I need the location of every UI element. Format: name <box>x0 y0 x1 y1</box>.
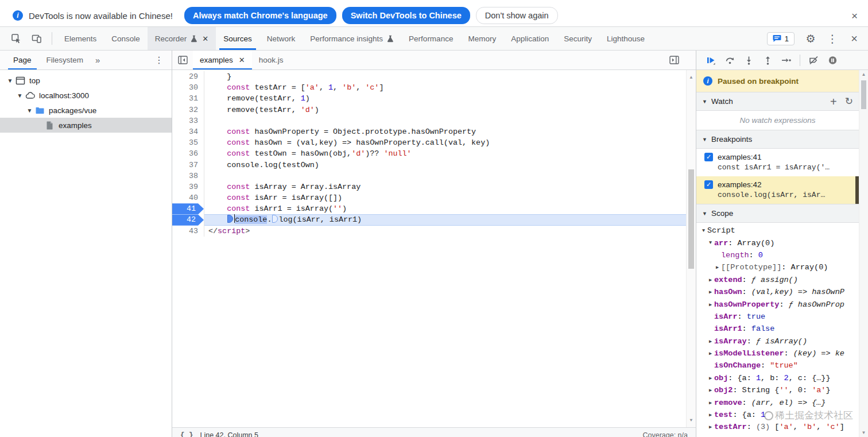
settings-gear-icon[interactable]: ⚙ <box>800 32 821 45</box>
scope-expand-icon[interactable]: ▼ <box>707 240 714 246</box>
scope-row-testarr[interactable]: ▶testArr: (3) ['a', 'b', 'c'] <box>696 421 859 433</box>
pretty-print-icon[interactable]: { } <box>180 431 193 437</box>
scope-row-script[interactable]: ▼Script <box>696 225 859 237</box>
breakpoint-marker[interactable]: 41 <box>172 203 204 214</box>
navigator-tab-filesystem[interactable]: Filesystem <box>39 51 91 69</box>
scope-expand-icon[interactable]: ▼ <box>700 228 707 234</box>
inspect-element-icon[interactable] <box>6 27 26 50</box>
scroll-up-icon[interactable]: ▲ <box>687 72 696 83</box>
watch-section-header[interactable]: ▼ Watch + ↻ <box>696 92 859 111</box>
scope-expand-icon[interactable]: ▶ <box>707 387 714 393</box>
code-text[interactable]: const hasOwnProperty = Object.prototype.… <box>204 126 696 137</box>
breakpoint-checkbox[interactable]: ✓ <box>704 180 713 189</box>
line-number[interactable]: 35 <box>172 137 204 148</box>
editor-scrollbar-thumb[interactable] <box>688 169 694 269</box>
panel-tab-console[interactable]: Console <box>104 27 148 50</box>
editor-tab-close-icon[interactable]: ✕ <box>239 56 245 64</box>
line-number[interactable]: 42 <box>172 214 204 225</box>
pause-on-exceptions-button[interactable] <box>824 52 841 68</box>
dont-show-again-button[interactable]: Don't show again <box>476 7 558 24</box>
code-text[interactable]: const hasOwn = (val,key) => hasOwnProper… <box>204 137 696 148</box>
line-number[interactable]: 40 <box>172 192 204 203</box>
breakpoint-entry-examples-42[interactable]: ✓examples:42console.log(isArr, isAr… <box>696 176 859 204</box>
scope-row-isonchange[interactable]: isOnChange: "true" <box>696 359 859 372</box>
notification-close-icon[interactable]: × <box>851 10 858 21</box>
scope-expand-icon[interactable]: ▶ <box>707 350 714 357</box>
panel-tab-security[interactable]: Security <box>556 27 599 50</box>
scope-section-header[interactable]: ▼ Scope <box>696 204 859 223</box>
code-text[interactable]: const isArr = isArray([]) <box>204 192 696 203</box>
tree-expand-icon[interactable]: ▼ <box>25 107 34 114</box>
scope-row-remove[interactable]: ▶remove: (arr, el) => {…} <box>696 396 859 408</box>
tree-row-packages-vue[interactable]: ▼packages/vue <box>0 103 172 118</box>
scope-expand-icon[interactable]: ▶ <box>707 301 714 308</box>
scroll-down-icon[interactable]: ▼ <box>687 415 696 426</box>
code-text[interactable]: } <box>204 71 696 82</box>
panel-tab-performance-insights[interactable]: Performance insights <box>303 27 401 50</box>
step-into-button[interactable] <box>740 52 757 68</box>
scope-row-length[interactable]: length: 0 <box>696 249 859 261</box>
tree-row-examples[interactable]: examples <box>0 118 172 133</box>
scope-row-isarray[interactable]: ▶isArray: ƒ isArray() <box>696 335 859 347</box>
panel-tab-network[interactable]: Network <box>259 27 303 50</box>
switch-devtools-chinese-button[interactable]: Switch DevTools to Chinese <box>342 7 470 24</box>
tree-row-top[interactable]: ▼top <box>0 73 172 88</box>
inline-breakpoint-icon[interactable] <box>227 215 233 223</box>
tree-expand-icon[interactable]: ▼ <box>16 92 24 99</box>
code-text[interactable]: const testArr = ['a', 1, 'b', 'c'] <box>204 82 696 93</box>
panel-tab-memory[interactable]: Memory <box>460 27 503 50</box>
scope-row-test[interactable]: ▶test: {a: 1 <box>696 409 859 421</box>
line-number[interactable]: 39 <box>172 181 204 192</box>
step-over-button[interactable] <box>721 52 738 68</box>
breakpoint-entry-examples-41[interactable]: ✓examples:41const isArr1 = isArray('… <box>696 149 859 176</box>
scope-expand-icon[interactable]: ▶ <box>707 400 714 406</box>
editor-tab-examples[interactable]: examples ✕ <box>193 51 252 69</box>
scope-row-ismodellistener[interactable]: ▶isModelListener: (key) => ke <box>696 347 859 359</box>
scope-expand-icon[interactable]: ▶ <box>707 277 714 283</box>
code-text[interactable]: const testOwn = hasOwn(obj,'d')?? 'null' <box>204 148 696 159</box>
line-number[interactable]: 41 <box>172 203 204 214</box>
navigator-overflow-icon[interactable]: » <box>91 51 104 69</box>
line-number[interactable]: 33 <box>172 115 204 126</box>
line-number[interactable]: 37 <box>172 160 204 171</box>
code-text[interactable]: remove(testArr, 'd') <box>204 105 696 115</box>
sidebar-scrollbar[interactable]: ▲ ▼ <box>859 70 868 437</box>
scope-row--prototype-[interactable]: ▶[[Prototype]]: Array(0) <box>696 261 859 273</box>
code-text[interactable]: console.log(isArr, isArr1) <box>204 214 696 225</box>
line-number[interactable]: 34 <box>172 126 204 137</box>
panel-tab-lighthouse[interactable]: Lighthouse <box>599 27 652 50</box>
scope-expand-icon[interactable]: ▶ <box>707 375 714 381</box>
panel-tab-application[interactable]: Application <box>503 27 556 50</box>
line-number[interactable]: 29 <box>172 71 204 82</box>
scope-expand-icon[interactable]: ▶ <box>707 338 714 345</box>
toggle-debugger-sidebar-icon[interactable] <box>664 51 684 69</box>
line-number[interactable]: 30 <box>172 82 204 93</box>
scope-row-hasownproperty[interactable]: ▶hasOwnProperty: ƒ hasOwnProp <box>696 298 859 310</box>
editor-tab-hookjs[interactable]: hook.js <box>252 51 290 69</box>
deactivate-breakpoints-button[interactable] <box>805 52 822 68</box>
scope-row-isarr1[interactable]: isArr1: false <box>696 323 859 335</box>
panel-tab-elements[interactable]: Elements <box>57 27 104 50</box>
scope-row-obj[interactable]: ▶obj: {a: 1, b: 2, c: {…}} <box>696 372 859 384</box>
scope-row-hasown[interactable]: ▶hasOwn: (val,key) => hasOwnP <box>696 286 859 298</box>
line-number[interactable]: 36 <box>172 148 204 159</box>
sidebar-scrollbar-thumb[interactable] <box>861 80 866 109</box>
code-text[interactable]: const isArray = Array.isArray <box>204 181 696 192</box>
code-text[interactable] <box>204 171 696 181</box>
scroll-down-icon[interactable]: ▼ <box>859 430 868 435</box>
step-button[interactable] <box>778 52 795 68</box>
panel-tab-sources[interactable]: Sources <box>216 27 259 50</box>
resume-script-button[interactable] <box>702 52 719 68</box>
scope-row-obj2[interactable]: ▶obj2: String {'', 0: 'a'} <box>696 384 859 396</box>
scope-row-arr[interactable]: ▼arr: Array(0) <box>696 237 859 249</box>
tree-expand-icon[interactable]: ▼ <box>6 78 14 84</box>
navigator-tab-page[interactable]: Page <box>6 51 39 69</box>
device-toolbar-icon[interactable] <box>26 27 47 50</box>
navigator-menu-kebab-icon[interactable]: ⋮ <box>146 51 172 69</box>
scope-expand-icon[interactable]: ▶ <box>707 412 714 418</box>
tree-row-localhost-3000[interactable]: ▼localhost:3000 <box>0 88 172 103</box>
step-out-button[interactable] <box>759 52 776 68</box>
line-number[interactable]: 43 <box>172 226 204 237</box>
panel-tab-performance[interactable]: Performance <box>401 27 460 50</box>
breakpoint-marker[interactable]: 42 <box>172 214 204 225</box>
